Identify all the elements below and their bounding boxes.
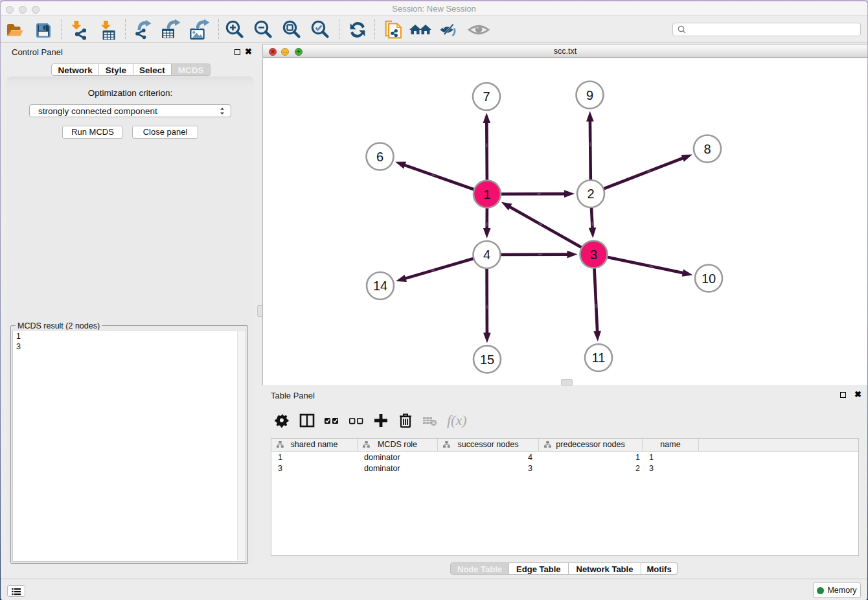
svg-text:3: 3 — [590, 248, 597, 262]
svg-text:15: 15 — [480, 352, 494, 367]
svg-text:11: 11 — [592, 351, 606, 365]
svg-text:8: 8 — [703, 142, 711, 156]
svg-text:7: 7 — [483, 89, 490, 104]
svg-text:2: 2 — [587, 187, 594, 201]
svg-text:9: 9 — [586, 88, 593, 102]
svg-text:10: 10 — [702, 271, 716, 286]
svg-text:1: 1 — [483, 187, 490, 202]
svg-text:14: 14 — [373, 279, 387, 293]
svg-text:4: 4 — [483, 248, 490, 262]
svg-text:6: 6 — [376, 150, 383, 164]
